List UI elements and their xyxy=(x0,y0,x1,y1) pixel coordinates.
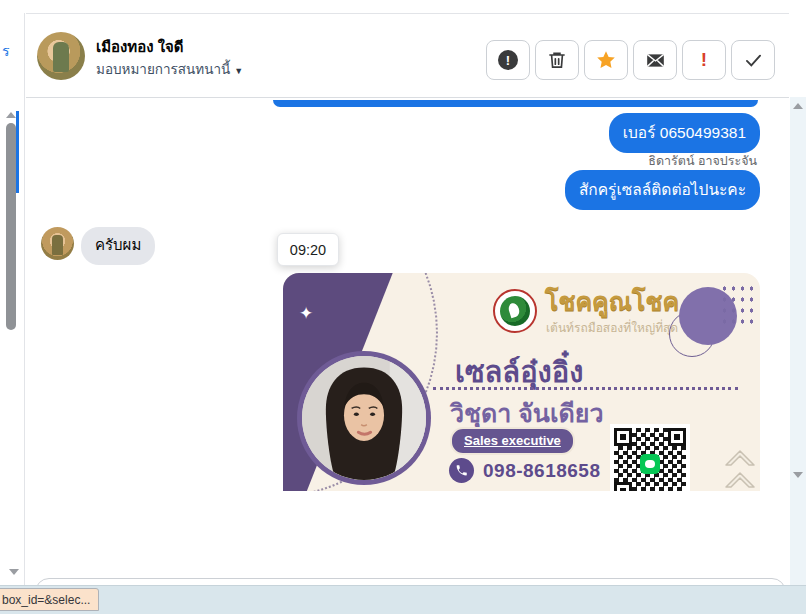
trash-icon xyxy=(547,50,567,70)
assign-conversation-label: มอบหมายการสนทนานี้ xyxy=(96,62,230,77)
report-button[interactable]: ! xyxy=(486,40,530,80)
mark-important-button[interactable]: ! xyxy=(682,40,726,80)
seller-role-badge: Sales executive xyxy=(450,427,575,455)
check-icon xyxy=(743,50,764,71)
outgoing-message-bubble: สักครู่เซลล์ติดต่อไปนะคะ xyxy=(565,170,760,210)
mail-icon xyxy=(645,50,666,71)
clipped-sidebar-text: ร xyxy=(2,40,11,62)
contact-avatar[interactable] xyxy=(37,32,85,80)
delete-button[interactable] xyxy=(535,40,579,80)
seller-phone-number: 098-8618658 xyxy=(483,460,601,482)
sparkle-icon: ✦ xyxy=(299,303,313,324)
line-app-icon xyxy=(640,454,660,474)
contact-name: เมืองทอง ใจดี xyxy=(96,35,184,59)
exclamation-icon: ! xyxy=(701,49,707,71)
chat-scroll-up-arrow[interactable] xyxy=(793,103,803,109)
phone-icon xyxy=(449,458,474,483)
seller-photo xyxy=(297,351,431,485)
left-panel-edge: ร xyxy=(0,13,25,585)
dealer-emblem-icon xyxy=(500,296,530,326)
conversation-header: เมืองทอง ใจดี มอบหมายการสนทนานี้▼ ! xyxy=(26,14,789,98)
double-chevron-up-icon xyxy=(721,443,759,491)
dealer-logo xyxy=(493,289,537,333)
header-action-toolbar: ! ! xyxy=(486,40,775,80)
incoming-message-bubble: ครับผม xyxy=(81,227,155,265)
outgoing-message-clipped xyxy=(273,100,758,107)
star-icon xyxy=(595,49,617,71)
selected-item-accent-bar xyxy=(16,111,19,193)
left-scroll-up-arrow[interactable] xyxy=(6,112,16,118)
messenger-inbox-window: ร เมืองทอง ใจดี มอบหมายการสนทนานี้▼ ! xyxy=(0,0,806,614)
sender-avatar[interactable] xyxy=(41,227,74,260)
qr-code xyxy=(610,424,690,491)
assign-conversation-dropdown[interactable]: มอบหมายการสนทนานี้▼ xyxy=(96,58,243,80)
card-decor-dots xyxy=(720,283,758,329)
chat-message-list[interactable]: เบอร์ 0650499381 ธิดารัตน์ อาจประจัน สัก… xyxy=(26,99,789,504)
star-button[interactable] xyxy=(584,40,628,80)
dotted-separator xyxy=(433,387,738,390)
contact-meta-text: ธิดารัตน์ อาจประจัน xyxy=(648,151,757,171)
conversation-panel: เมืองทอง ใจดี มอบหมายการสนทนานี้▼ ! xyxy=(26,13,789,585)
timestamp-tooltip: 09:20 xyxy=(277,233,339,266)
browser-status-tooltip: box_id=&selec... xyxy=(0,588,99,611)
chevron-down-icon: ▼ xyxy=(234,66,243,76)
alert-circle-icon: ! xyxy=(498,50,518,70)
card-brand-tagline: เต้นท์รถมือสองที่ใหญ่ที่สุด xyxy=(546,318,678,337)
chat-scrollbar[interactable] xyxy=(790,97,806,585)
card-brand-name: โชคคูณโชค xyxy=(545,281,679,321)
mail-button[interactable] xyxy=(633,40,677,80)
left-scrollbar-thumb[interactable] xyxy=(6,123,16,330)
business-card-image-attachment[interactable]: ✦ โชคคูณโชค เต้นท์รถมือสองที่ใหญ่ที่สุด xyxy=(283,273,760,491)
mark-done-button[interactable] xyxy=(731,40,775,80)
chat-scroll-down-arrow[interactable] xyxy=(793,472,803,478)
outgoing-message-bubble: เบอร์ 0650499381 xyxy=(609,113,760,153)
bottom-bar xyxy=(0,585,806,614)
left-scroll-down-arrow[interactable] xyxy=(9,569,19,575)
